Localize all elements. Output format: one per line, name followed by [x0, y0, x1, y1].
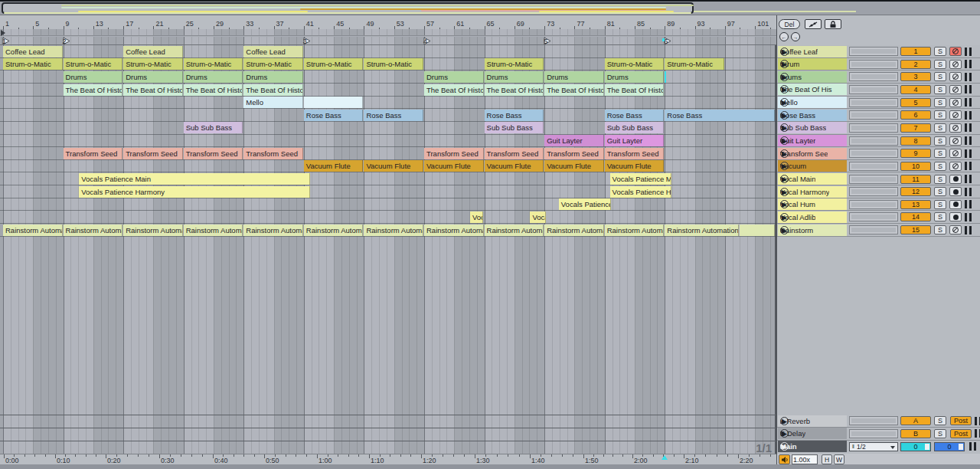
- arm-button[interactable]: [949, 85, 962, 94]
- track-activator-button[interactable]: 11: [900, 175, 931, 184]
- clip[interactable]: Strum-o-Matic: [3, 58, 63, 70]
- clip[interactable]: The Beat Of History: [485, 84, 544, 96]
- track-lane-the-beat-of-his[interactable]: The Beat Of HistoryThe Beat Of HistoryTh…: [0, 84, 776, 97]
- clip[interactable]: Drums: [64, 71, 123, 83]
- track-lane-strum[interactable]: Strum-o-MaticStrum-o-MaticStrum-o-MaticS…: [0, 58, 776, 71]
- locator-marker[interactable]: 4: [423, 37, 431, 45]
- clip[interactable]: Drums: [485, 71, 544, 83]
- arm-button[interactable]: [949, 47, 962, 56]
- clip[interactable]: Guit Layter: [544, 135, 604, 146]
- track-header-4[interactable]: ▶The Beat Of His4S: [777, 84, 980, 97]
- clip[interactable]: Transform Seed: [123, 148, 183, 159]
- track-name-cell[interactable]: ▶Drums: [778, 71, 847, 83]
- solo-button[interactable]: S: [934, 149, 946, 158]
- solo-button[interactable]: S: [934, 212, 946, 221]
- overview-view-box[interactable]: [2, 2, 694, 14]
- track-activator-button[interactable]: 2: [900, 60, 931, 69]
- track-header-9[interactable]: ▶Transform See9S: [777, 147, 980, 160]
- clip[interactable]: Vacuum Flute: [605, 160, 665, 172]
- delete-button[interactable]: Del: [779, 19, 800, 29]
- arm-button[interactable]: [949, 123, 962, 133]
- track-lane-sub-sub-bass[interactable]: Sub Sub BassSub Sub BassSub Sub Bass: [0, 122, 776, 135]
- clip[interactable]: Sub Sub Bass: [485, 122, 544, 133]
- solo-button[interactable]: S: [934, 110, 946, 120]
- clip[interactable]: Strum-o-Matic: [123, 58, 183, 70]
- clip[interactable]: Strum-o-Matic: [665, 58, 724, 70]
- locator-marker[interactable]: 1: [2, 37, 10, 45]
- arm-button[interactable]: [949, 98, 962, 107]
- track-lane-rainstorm[interactable]: Rainstorm AutomationRainstorm Automation…: [0, 224, 776, 237]
- solo-button[interactable]: S: [934, 123, 946, 133]
- time-ruler-seconds[interactable]: 0:000:100:200:300:400:501:001:101:201:30…: [0, 454, 776, 464]
- return-a-name-cell[interactable]: ▶ A Reverb: [778, 415, 847, 427]
- preview-speaker-button[interactable]: [779, 454, 790, 464]
- track-name-cell[interactable]: ▶Vocal Hum: [778, 198, 847, 210]
- clip[interactable]: [740, 225, 774, 236]
- clip[interactable]: Vocals Patience Main: [610, 173, 672, 185]
- arm-button[interactable]: [949, 200, 962, 209]
- clip[interactable]: Rose Bass: [364, 110, 423, 121]
- clip[interactable]: Drums: [123, 71, 183, 83]
- arm-button[interactable]: [949, 136, 962, 146]
- clip[interactable]: Vocals Patience Adlib: [470, 212, 483, 223]
- clip[interactable]: Vocals Patience Harmony: [79, 186, 309, 198]
- arrangement-clip-area[interactable]: 1/1 Coffee LeadCoffee LeadCoffee LeadStr…: [0, 45, 776, 454]
- clip[interactable]: The Beat Of History: [544, 84, 604, 96]
- solo-button[interactable]: S: [934, 72, 946, 81]
- track-header-6[interactable]: ▶Rose Bass6S: [777, 109, 980, 122]
- track-activator-button[interactable]: 7: [900, 123, 931, 133]
- clip[interactable]: Coffee Lead: [3, 46, 63, 57]
- track-activator-button[interactable]: 1: [900, 47, 931, 56]
- return-b-post-button[interactable]: Post: [950, 429, 972, 438]
- track-name-cell[interactable]: ▶Vacuum: [778, 160, 847, 172]
- clip[interactable]: Transform Seed: [243, 148, 303, 159]
- clip[interactable]: Vocals Patience Harmony: [610, 186, 672, 198]
- main-lane[interactable]: 1/1: [0, 441, 776, 454]
- clip[interactable]: Sub Sub Bass: [184, 122, 243, 133]
- track-name-cell[interactable]: ▶Rainstorm: [778, 225, 847, 236]
- clip[interactable]: Strum-o-Matic: [605, 58, 665, 70]
- automation-mode-button[interactable]: [805, 19, 822, 29]
- beat-time-ruler[interactable]: 1591317212529333741454953576165697377818…: [0, 19, 776, 29]
- track-name-cell[interactable]: ▶Coffee Leaf: [778, 46, 847, 57]
- clip[interactable]: Rainstorm Automation: [485, 225, 544, 236]
- arm-button[interactable]: [949, 175, 962, 184]
- clip[interactable]: Coffee Lead: [123, 46, 183, 57]
- clip[interactable]: Rainstorm Automation: [64, 225, 123, 236]
- track-header-15[interactable]: ▶Rainstorm15S: [777, 224, 980, 237]
- clip[interactable]: Vacuum Flute: [424, 160, 484, 172]
- clip[interactable]: Vacuum Flute: [544, 160, 604, 172]
- return-a-lane[interactable]: [0, 415, 776, 428]
- arm-button[interactable]: [949, 225, 962, 235]
- return-a-post-button[interactable]: Post: [950, 416, 972, 425]
- track-header-1[interactable]: ▶Coffee Leaf1S: [777, 45, 980, 58]
- clip[interactable]: Rainstorm Automation: [364, 225, 423, 236]
- track-lane-transform-see[interactable]: Transform SeedTransform SeedTransform Se…: [0, 147, 776, 160]
- arm-button[interactable]: [949, 72, 962, 81]
- track-activator-button[interactable]: 10: [900, 162, 931, 171]
- track-lane-rose-bass[interactable]: Rose BassRose BassRose BassRose BassRose…: [0, 109, 776, 122]
- track-lane-vocal-main[interactable]: Vocals Patience MainVocals Patience Main: [0, 173, 776, 186]
- clip[interactable]: Vacuum Flute: [304, 160, 364, 172]
- track-name-cell[interactable]: ▶Strum: [778, 58, 847, 70]
- track-header-3[interactable]: ▶Drums3S: [777, 71, 980, 84]
- track-activator-button[interactable]: 12: [900, 187, 931, 196]
- clip[interactable]: Rainstorm Automation: [544, 225, 604, 236]
- main-name-cell[interactable]: ▶ Main: [778, 441, 847, 452]
- track-activator-button[interactable]: 5: [900, 98, 931, 107]
- clip[interactable]: Strum-o-Matic: [364, 58, 423, 70]
- track-lane-mello[interactable]: Mello: [0, 97, 776, 110]
- track-lane-vacuum[interactable]: Vacuum FluteVacuum FluteVacuum FluteVacu…: [0, 160, 776, 173]
- track-lane-drums[interactable]: DrumsDrumsDrumsDrumsDrumsDrumsDrumsDrums: [0, 71, 776, 84]
- track-name-cell[interactable]: ▶Guit Layter: [778, 135, 847, 146]
- solo-button[interactable]: S: [934, 60, 946, 69]
- solo-button[interactable]: S: [934, 187, 946, 196]
- track-activator-button[interactable]: 6: [900, 110, 931, 120]
- clip[interactable]: Rose Bass: [304, 110, 364, 121]
- locator-marker[interactable]: 5: [544, 37, 551, 45]
- arm-button[interactable]: [949, 187, 962, 196]
- zoom-height-button[interactable]: H: [822, 454, 832, 464]
- clip[interactable]: Drums: [424, 71, 484, 83]
- clip[interactable]: Vacuum Flute: [364, 160, 423, 172]
- play-start-marker-icon[interactable]: [1, 30, 5, 36]
